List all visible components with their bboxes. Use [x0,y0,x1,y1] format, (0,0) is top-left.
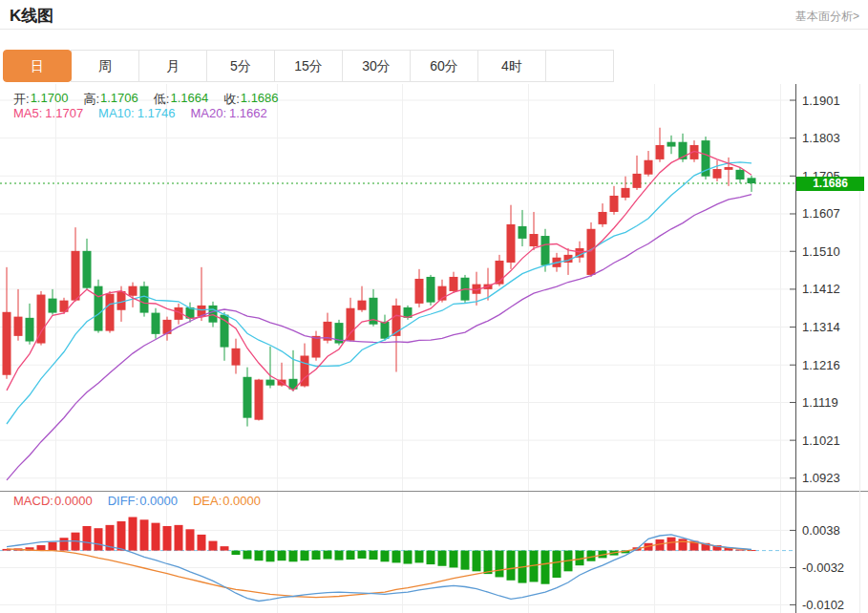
kline-page: { "header": { "title": "K线图", "link_labe… [0,0,868,613]
candle-body [381,322,390,339]
candle-body [392,306,401,336]
macd-bar [49,542,57,551]
candle-body [117,291,126,310]
macd-bar [289,551,298,562]
candle-body [232,349,241,366]
candle-body [37,295,46,344]
macd-bar [255,551,264,561]
macd-axis-label: -0.0032 [802,560,844,575]
macd-bar [221,546,229,550]
candle-body [415,279,424,304]
tab-5min[interactable]: 5分 [206,50,275,82]
ma10-label: MA10: [98,106,135,120]
candle-body [633,174,642,188]
macd-bar [117,521,126,551]
candle-body [209,306,218,323]
candle-body [14,317,23,336]
ma20-label: MA20: [190,106,226,120]
macd-bar [278,551,286,561]
candle-body [736,170,745,180]
candle-body [266,380,275,386]
candle-body [358,301,367,310]
macd-bar [358,551,367,559]
macd-axis-label: -0.0102 [802,598,844,612]
tab-week[interactable]: 周 [71,50,139,82]
diff-label: DIFF: [108,494,139,508]
candle-body [140,286,149,313]
candle-body [541,236,550,265]
diff-value: 0.0000 [139,494,178,508]
macd-bar [450,551,458,568]
candle-body [95,286,103,331]
dea-value: 0.0000 [222,494,261,508]
header-divider [0,29,868,30]
dea-label: DEA: [193,494,222,508]
macd-bar [404,551,413,564]
price-axis-label: 1.0923 [802,471,840,485]
macd-bar [129,518,138,551]
price-axis-label: 1.1216 [802,358,840,372]
macd-bar [301,551,309,561]
price-axis-label: 1.1901 [802,94,840,108]
tab-30min[interactable]: 30分 [342,50,411,82]
macd-bar [461,551,470,570]
macd-bar [198,535,206,551]
candle-body [450,277,458,291]
fundamental-analysis-link[interactable]: 基本面分析> [795,9,859,25]
macd-bar [415,551,424,563]
candle-body [599,212,607,224]
tab-60min[interactable]: 60分 [410,50,478,82]
current-price-badge: 1.1686 [796,177,864,191]
candle-body [3,312,11,375]
macd-bar [266,551,275,562]
price-axis-label: 1.1607 [802,206,840,221]
candle-body [106,294,115,331]
ma5-value: 1.1707 [45,106,83,120]
macd-bar [209,541,218,551]
tab-bar: 日周月5分15分30分60分4时 [4,50,614,82]
candle-body [645,160,653,175]
candle-body [312,336,321,358]
candle-body [587,229,596,275]
candle-body [519,226,527,239]
macd-bar [232,551,241,555]
macd-bar [392,551,401,563]
candle-body [255,380,264,420]
macd-bar [381,551,390,562]
candle-body [656,145,665,159]
tab-day[interactable]: 日 [3,50,72,82]
candle-body [129,286,138,296]
macd-bar [335,551,344,560]
macd-bar [553,551,561,578]
macd-bar [95,528,103,550]
macd-bar [507,551,516,581]
ma10-value: 1.1746 [138,106,176,120]
macd-bar [438,551,447,566]
tab-4hour[interactable]: 4时 [477,50,546,82]
candle-body [725,167,733,170]
candle-body [667,142,676,147]
candle-body [507,224,516,263]
candle-body [530,234,539,246]
macd-bar [484,551,493,575]
macd-bar [679,539,688,550]
price-axis-label: 1.1119 [802,395,838,410]
ma20-value: 1.1662 [229,106,267,120]
tab-month[interactable]: 月 [138,50,207,82]
ma-legend: MA5:1.1707 MA10:1.1746 MA20:1.1662 [13,106,267,120]
page-title: K线图 [10,5,53,27]
macd-axis-label: 0.0038 [802,523,840,538]
candle-body [83,251,92,288]
macd-bar [37,545,46,551]
macd-bar [83,526,92,551]
macd-bar [427,551,435,564]
candle-body [243,377,252,418]
price-axis-label: 1.1021 [802,433,840,448]
macd-bar [175,525,183,551]
candle-body [49,299,57,313]
macd-bar [163,526,172,551]
price-axis-label: 1.1803 [802,131,840,145]
tab-15min[interactable]: 15分 [274,50,343,82]
candle-body [610,196,619,212]
macd-bar [243,551,252,560]
